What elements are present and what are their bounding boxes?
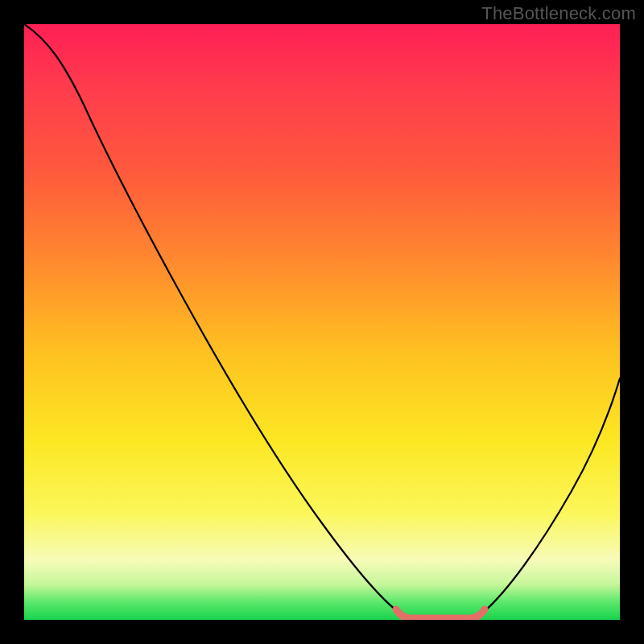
- bottleneck-curve: [24, 24, 620, 617]
- watermark-text: TheBottleneck.com: [481, 3, 636, 24]
- chart-frame: TheBottleneck.com: [0, 0, 644, 644]
- curve-layer: [24, 24, 620, 620]
- plot-area: [24, 24, 620, 620]
- flat-region-highlight: [396, 609, 485, 618]
